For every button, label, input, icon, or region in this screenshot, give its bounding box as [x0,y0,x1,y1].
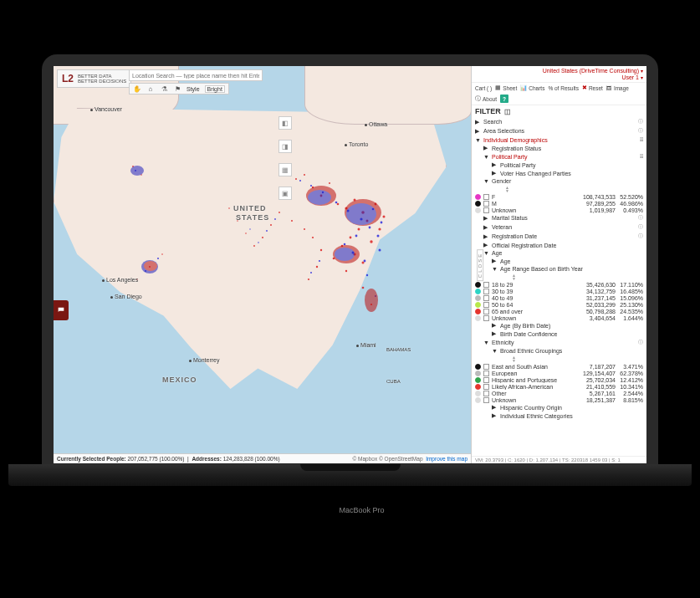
close-sidebar-tab[interactable]: CLOSE [477,248,483,280]
style-select[interactable]: Bright [205,85,225,93]
data-row[interactable]: Unknown3,404,6541.644% [475,314,643,321]
data-row[interactable]: European129,154,40762.378% [475,370,643,376]
row-pct: 8.815% [618,397,643,403]
filter-reg-status[interactable]: Registration Status [475,144,643,152]
checkbox[interactable] [483,397,489,403]
data-row[interactable]: Hispanic and Portuguese25,702,03412.412% [475,376,643,383]
checkbox[interactable] [483,295,489,301]
logo-block: L2 BETTER DATABETTER DECISIONS [57,69,131,88]
user-dropdown[interactable]: User 1 [621,74,643,80]
city-toronto: Toronto [345,141,368,147]
filter-indiv-eth[interactable]: Individual Ethnic Categories [475,411,643,420]
data-row[interactable]: M97,289,25546.986% [475,200,643,207]
dots-icon[interactable]: ⁞⁞ [640,136,643,143]
filter-body[interactable]: Searchⓘ Area Selectionsⓘ Individual Demo… [472,117,646,456]
checkbox[interactable] [483,289,489,294]
row-pct: 2.544% [618,391,643,396]
mini-tool-2[interactable]: ◨ [278,140,292,153]
feedback-tab[interactable] [54,300,69,320]
dots-icon[interactable]: ⁞⁞ [640,153,643,160]
context-dropdown[interactable]: United States (DriveTime Consulting) [543,68,643,74]
filter-indiv-demo[interactable]: Individual Demographics⁞⁞ [475,135,643,144]
tab-image[interactable]: 🖼 Image [606,85,629,91]
checkbox[interactable] [483,377,489,383]
filter-ethnicity[interactable]: Ethnicityⓘ [475,338,643,347]
filter-broad-eth[interactable]: Broad Ethnic Groupings [475,347,643,355]
color-swatch [475,384,481,390]
map-pane[interactable]: Vancouver Ottawa Toronto UNITED STATES L… [54,66,471,463]
data-row[interactable]: F108,743,53352.520% [475,193,643,200]
data-row[interactable]: Unknown18,251,3878.815% [475,396,643,403]
checkbox[interactable] [483,371,489,376]
city-la: Los Angeles [102,277,138,283]
checkbox[interactable] [483,201,489,207]
tab-charts[interactable]: 📊 Charts [520,84,544,91]
style-label: Style [186,86,200,92]
home-icon[interactable]: ⌂ [146,84,155,93]
filter-toggle-icon[interactable]: ◫ [504,108,511,115]
filter-age-birth[interactable]: Age (By Birth Date) [475,321,643,330]
checkbox[interactable] [483,194,489,200]
color-swatch [475,201,481,207]
data-row[interactable]: 30 to 3934,132,75916.485% [475,288,643,294]
tab-about[interactable]: ⓘ About [475,95,497,103]
checkbox[interactable] [483,315,489,321]
filter-veteran[interactable]: Veteranⓘ [475,222,643,232]
checkbox[interactable] [483,309,489,314]
filter-pol-party-sub[interactable]: Political Party [475,161,643,169]
data-row[interactable]: 50 to 6452,033,29925.130% [475,301,643,308]
checkbox[interactable] [483,302,489,308]
gender-header: ▲▼ [475,185,643,193]
color-swatch [475,207,481,213]
reset-button[interactable]: ✖ Reset [582,84,603,91]
checkbox[interactable] [483,364,489,370]
improve-map-link[interactable]: Improve this map [426,456,468,462]
data-row[interactable]: 40 to 4931,237,14515.096% [475,294,643,301]
filter-hisp-origin[interactable]: Hispanic Country Origin [475,403,643,411]
filter-birth-conf[interactable]: Birth Date Confidence [475,330,643,338]
data-row[interactable]: 65 and over50,798,28824.535% [475,308,643,314]
filter-age[interactable]: Age [475,249,643,257]
row-pct: 25.130% [618,302,643,308]
row-label: M [492,201,578,207]
data-row[interactable]: East and South Asian7,187,2073.471% [475,363,643,370]
hand-icon[interactable]: ✋ [133,84,141,93]
row-pct: 17.110% [618,282,643,288]
checkbox[interactable] [483,391,489,396]
filter-marital[interactable]: Marital Statusⓘ [475,213,643,222]
data-row[interactable]: Unknown1,019,9870.493% [475,207,643,213]
row-count: 7,187,207 [580,364,616,370]
tab-pct[interactable]: % of Results [548,85,579,91]
filter-age-sub[interactable]: Age [475,257,643,265]
filter-off-reg-date[interactable]: Official Registration Date [475,241,643,249]
row-count: 1,019,987 [580,207,616,213]
mini-tool-4[interactable]: ▣ [278,187,292,200]
filter-gender[interactable]: Gender [475,177,643,185]
mini-tool-3[interactable]: ▦ [278,163,292,176]
filter-age-range[interactable]: Age Range Based on Birth Year [475,265,643,273]
filter-search[interactable]: Searchⓘ [475,117,643,126]
checkbox[interactable] [483,384,489,390]
flag-icon[interactable]: ⚑ [173,84,181,93]
filter-changed-parties[interactable]: Voter Has Changed Parties [475,169,643,177]
filter-area[interactable]: Area Selectionsⓘ [475,126,643,135]
filter-pol-party[interactable]: Political Party⁞⁞ [475,152,643,161]
checkbox[interactable] [483,282,489,288]
row-label: Likely African-American [492,384,578,390]
beaker-icon[interactable]: ⚗ [160,84,168,93]
data-row[interactable]: Likely African-American21,410,55910.341% [475,383,643,390]
app-screen: Vancouver Ottawa Toronto UNITED STATES L… [54,66,646,463]
color-swatch [475,371,481,376]
location-search-input[interactable] [129,69,263,81]
data-row[interactable]: Other5,267,1612.544% [475,390,643,396]
checkbox[interactable] [483,207,489,213]
mini-tool-1[interactable]: ◧ [278,116,292,130]
status-bar: Currently Selected People: 207,052,775 (… [54,453,471,463]
data-row[interactable]: 18 to 2935,426,63017.110% [475,281,643,288]
tab-sheet[interactable]: ▦ Sheet [495,84,517,91]
filter-reg-date[interactable]: Registration Dateⓘ [475,232,643,241]
help-button[interactable]: ? [500,95,508,103]
row-count: 5,267,161 [580,391,616,396]
cart-link[interactable]: Cart ( ) [475,85,492,91]
color-swatch [475,194,481,200]
